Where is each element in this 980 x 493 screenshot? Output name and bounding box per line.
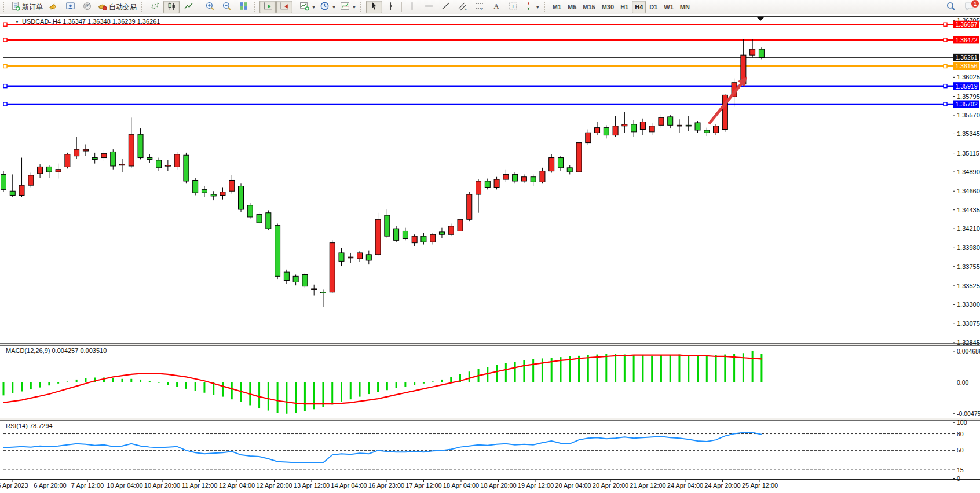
chat-button[interactable]: 1 [961, 1, 977, 13]
zoom-in-button[interactable] [202, 1, 218, 13]
macd-histogram-bar [48, 382, 50, 386]
chart-canvas[interactable]: 1.367051.360251.357951.355701.353451.351… [0, 14, 980, 493]
date-tick-label[interactable]: 16 Apr 23:00 [368, 482, 404, 489]
line-handle[interactable] [944, 102, 947, 106]
vertical-line-button[interactable] [404, 1, 420, 13]
date-tick-label[interactable]: 12 Apr 20:00 [256, 482, 292, 489]
date-tick-label[interactable]: 12 Apr 04:00 [219, 482, 255, 489]
news-button[interactable] [45, 1, 61, 13]
candlestick-chart-button[interactable] [163, 1, 180, 13]
date-tick-label[interactable]: 18 Apr 20:00 [480, 482, 516, 489]
date-tick-label[interactable]: 25 Apr 12:00 [742, 482, 778, 489]
line-handle[interactable] [3, 84, 7, 88]
line-handle[interactable] [3, 102, 7, 106]
macd-histogram-bar [651, 356, 653, 382]
channel-button[interactable]: E [455, 1, 471, 13]
bar-chart-button[interactable] [147, 1, 163, 13]
candle [704, 130, 710, 133]
search-button[interactable] [942, 1, 959, 13]
macd-histogram-bar [203, 382, 205, 393]
label-button[interactable]: T [505, 1, 521, 13]
toolbar-grip[interactable] [254, 2, 257, 12]
chart-window[interactable]: 1.367051.360251.357951.355701.353451.351… [0, 14, 980, 493]
date-tick-label[interactable]: 13 Apr 12:00 [294, 482, 330, 489]
line-handle[interactable] [3, 64, 7, 68]
date-tick-label[interactable]: 20 Apr 20:00 [593, 482, 628, 489]
signals-button[interactable] [79, 1, 95, 13]
date-tick-label[interactable]: 24 Apr 04:00 [667, 482, 703, 489]
hline-icon [424, 1, 434, 13]
new-chart-button[interactable]: ▼ [298, 1, 317, 13]
panel-splitter[interactable] [0, 344, 980, 346]
chevron-down-icon[interactable]: ▼ [332, 5, 336, 9]
date-tick-label[interactable]: 6 Apr 20:00 [34, 482, 66, 489]
arrows-button[interactable]: ▼ [522, 1, 542, 13]
date-tick-label[interactable]: 7 Apr 12:00 [71, 482, 104, 489]
rsi-tick-label: 0 [957, 475, 960, 482]
candle [312, 289, 317, 290]
auto-trading-button[interactable]: 自动交易 [96, 1, 138, 13]
timeframe-button-m15[interactable]: M15 [580, 1, 598, 13]
date-tick-label[interactable]: 19 Apr 12:00 [518, 482, 554, 489]
line-handle[interactable] [3, 38, 7, 42]
date-tick-label[interactable]: 6 Apr 2023 [0, 482, 28, 489]
timeframe-button-d1[interactable]: D1 [646, 1, 660, 13]
text-button[interactable]: A [488, 1, 504, 13]
date-tick-label[interactable]: 17 Apr 12:00 [405, 482, 441, 489]
chevron-down-icon[interactable]: ▼ [312, 5, 316, 9]
indicators-button[interactable]: ▼ [338, 1, 358, 13]
macd-histogram-bar [130, 379, 132, 382]
fibonacci-button[interactable]: F [471, 1, 488, 13]
line-handle[interactable] [3, 23, 7, 26]
chevron-down-icon[interactable]: ▼ [352, 5, 356, 9]
line-handle[interactable] [944, 84, 947, 88]
trendline-button[interactable] [438, 1, 454, 13]
date-tick-label[interactable]: 11 Apr 12:00 [182, 482, 218, 489]
crosshair-icon [386, 1, 396, 13]
candle [576, 143, 582, 172]
timeframe-button-mn[interactable]: MN [677, 1, 693, 13]
date-tick-label[interactable]: 14 Apr 04:00 [331, 482, 367, 489]
line-handle[interactable] [944, 38, 947, 42]
timeframe-button-h4[interactable]: H4 [632, 1, 646, 13]
date-tick-label[interactable]: 10 Apr 04:00 [107, 482, 142, 489]
line-handle[interactable] [944, 23, 947, 26]
timeframe-button-w1[interactable]: W1 [661, 1, 677, 13]
timeframe-button-h1[interactable]: H1 [617, 1, 631, 13]
candle [668, 117, 673, 125]
panel-splitter[interactable] [0, 418, 980, 421]
autoscroll-icon [263, 1, 273, 13]
radar-icon [82, 1, 92, 13]
macd-histogram-bar [158, 382, 160, 383]
tile-windows-button[interactable] [235, 1, 251, 13]
price-badge-label: 1.36156 [956, 62, 978, 69]
date-tick-label[interactable]: 20 Apr 04:00 [555, 482, 591, 489]
line-chart-button[interactable] [180, 1, 196, 13]
cursor-button[interactable] [366, 1, 382, 13]
timeframe-button-m5[interactable]: M5 [565, 1, 579, 13]
profiles-button[interactable]: ▼ [318, 1, 338, 13]
new-order-button[interactable]: 新订单 [9, 1, 45, 13]
zoom-out-button[interactable] [218, 1, 235, 13]
timeframe-button-m1[interactable]: M1 [550, 1, 564, 13]
toolbar-grip[interactable] [360, 2, 363, 12]
chevron-down-icon[interactable]: ▼ [536, 5, 540, 9]
rsi-tick-label: 15 [957, 466, 964, 473]
date-tick-label[interactable]: 24 Apr 20:00 [704, 482, 740, 489]
date-tick-label[interactable]: 18 Apr 04:00 [443, 482, 479, 489]
candle [184, 155, 189, 181]
date-tick-label[interactable]: 21 Apr 12:00 [630, 482, 665, 489]
date-tick-label[interactable]: 10 Apr 20:00 [144, 482, 180, 489]
crosshair-button[interactable] [383, 1, 399, 13]
chart-shift-button[interactable] [276, 1, 292, 13]
terminal-button[interactable] [62, 1, 78, 13]
timeframe-button-m30[interactable]: M30 [599, 1, 617, 13]
macd-histogram-bar [304, 382, 306, 411]
toolbar-grip[interactable] [141, 2, 144, 12]
toolbar-grip[interactable] [3, 2, 6, 12]
toolbar-grip[interactable] [544, 2, 547, 12]
auto-scroll-button[interactable] [259, 1, 276, 13]
horizontal-line-button[interactable] [421, 1, 437, 13]
macd-histogram-bar [377, 382, 379, 392]
line-handle[interactable] [944, 64, 947, 68]
